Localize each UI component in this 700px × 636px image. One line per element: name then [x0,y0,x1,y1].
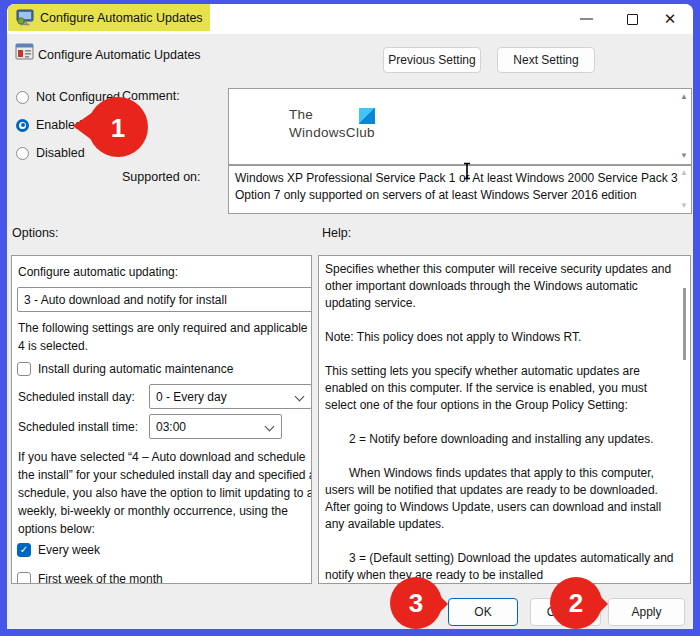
install-time-label: Scheduled install time: [18,420,138,434]
install-time-dropdown[interactable]: 03:00 [149,414,282,439]
first-week-checkbox[interactable]: First week of the month [17,571,163,584]
help-section-label: Help: [322,226,351,240]
svg-text:3: 3 [409,588,423,618]
annotation-callout-2: 2 [547,576,611,632]
schedule-note: If you have selected “4 – Auto download … [18,448,312,538]
updating-label: Configure automatic updating: [18,265,178,279]
radio-circle-icon [16,147,29,160]
maintenance-checkbox[interactable]: Install during automatic maintenance [17,361,233,376]
updating-value: 3 - Auto download and notify for install [24,293,227,307]
windowsclub-logo-icon [359,108,375,124]
scroll-down-icon: ▼ [680,202,688,210]
apply-button[interactable]: Apply [608,598,685,626]
checkbox-icon [17,362,31,376]
scroll-up-icon[interactable]: ▲ [680,93,688,101]
title-bar: Configure Automatic Updates ✕ [7,4,693,34]
svg-text:1: 1 [111,113,125,143]
supported-on-text: Windows XP Professional Service Pack 1 o… [235,170,675,204]
close-button[interactable]: ✕ [655,4,685,34]
help-panel: Specifies whether this computer will rec… [318,255,691,584]
maximize-button[interactable] [619,4,645,34]
install-day-dropdown[interactable]: 0 - Every day [149,384,312,409]
scroll-down-icon[interactable]: ▼ [680,152,688,160]
options-section-label: Options: [12,226,59,240]
window-title: Configure Automatic Updates [40,11,203,25]
next-setting-button[interactable]: Next Setting [497,47,595,73]
updating-dropdown[interactable]: 3 - Auto download and notify for install [17,287,312,312]
ibeam-cursor-icon [461,162,473,180]
supported-on-textbox[interactable]: Windows XP Professional Service Pack 1 o… [228,165,692,214]
radio-circle-icon [16,91,29,104]
annotation-callout-1: 1 [70,94,150,162]
screenshot-frame: Configure Automatic Updates ✕ Configure … [0,0,700,636]
options-panel: Configure automatic updating: 3 - Auto d… [11,255,312,584]
install-day-value: 0 - Every day [156,390,227,404]
scroll-up-icon: ▲ [680,169,688,177]
radio-selected-icon [16,119,29,132]
windowsclub-logo-text: The [289,107,313,122]
group-policy-window-icon [15,9,35,32]
help-text: Specifies whether this computer will rec… [325,261,677,584]
previous-setting-button[interactable]: Previous Setting [383,47,481,73]
policy-setting-icon [15,43,34,65]
checkbox-checked-icon: ✓ [17,543,31,557]
setting-title: Configure Automatic Updates [38,48,201,62]
minimize-button[interactable] [573,4,599,34]
scrollbar-thumb[interactable] [683,288,686,360]
chevron-down-icon [265,422,275,432]
options-note: The following settings are only required… [18,319,312,355]
every-week-checkbox[interactable]: ✓ Every week [17,542,100,557]
supported-on-label: Supported on: [122,170,201,184]
checkbox-icon [17,572,31,585]
ok-button[interactable]: OK [448,598,518,626]
install-day-label: Scheduled install day: [18,390,135,404]
windowsclub-logo-text: WindowsClub [289,125,375,140]
annotation-callout-3: 3 [389,576,451,632]
chevron-down-icon [295,392,305,402]
install-time-value: 03:00 [156,420,186,434]
comment-textbox[interactable]: The WindowsClub ▲ ▼ [228,88,692,165]
svg-text:2: 2 [569,588,583,618]
